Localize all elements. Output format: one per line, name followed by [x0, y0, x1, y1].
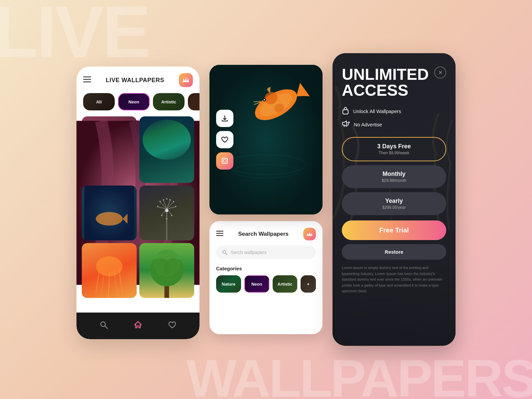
wallpaper-6[interactable]: [139, 243, 194, 298]
svg-point-20: [160, 201, 161, 202]
wallpaper-grid: [76, 113, 200, 301]
pricing-screen: ✕ UNLIMITED ACCESS Unlock All Wallpapers: [332, 53, 456, 346]
svg-point-11: [165, 209, 169, 212]
close-button[interactable]: ✕: [434, 66, 446, 78]
svg-point-25: [175, 206, 177, 207]
favorite-button[interactable]: [216, 131, 233, 148]
svg-point-24: [157, 206, 159, 207]
search-cat-neon[interactable]: Neon: [244, 275, 269, 293]
megaphone-icon: [342, 120, 350, 129]
background-text-live: LIVE: [0, 0, 149, 74]
svg-rect-51: [216, 231, 223, 232]
nav-search[interactable]: [99, 321, 108, 331]
svg-point-27: [171, 215, 173, 216]
search-screen: Search Wallpapers Serch wallpapers Categ…: [209, 221, 323, 334]
plan-monthly-sub: $29.99/month: [347, 178, 441, 183]
download-button[interactable]: [216, 110, 233, 127]
search-cat-artistic[interactable]: Artistic: [273, 275, 298, 293]
search-cat-neon-label: Neon: [251, 282, 262, 287]
categories-label: Categories: [216, 266, 316, 271]
search-cat-more[interactable]: +: [301, 275, 316, 293]
svg-line-55: [225, 253, 227, 255]
background-text-wallpapers: WALLPAPERS: [187, 348, 532, 399]
nav-home[interactable]: [134, 321, 142, 331]
middle-section: Search Wallpapers Serch wallpapers Categ…: [209, 65, 323, 334]
search-categories: Nature Neon Artistic +: [216, 275, 316, 293]
plan-yearly-sub: $299.00/year: [347, 205, 441, 210]
feature-no-ads: No Advertise: [342, 120, 446, 129]
phone-live-wallpapers: LIVE WALLPAPERS All Neon: [76, 66, 200, 339]
pricing-content: ✕ UNLIMITED ACCESS Unlock All Wallpapers: [342, 66, 446, 294]
svg-point-26: [161, 215, 163, 216]
plan-monthly-label: Monthly: [347, 171, 441, 178]
wallpaper-5[interactable]: [82, 243, 137, 298]
feature-no-ads-text: No Advertise: [354, 122, 382, 127]
svg-point-29: [166, 218, 168, 219]
fine-print-text: Lorem Ipsum is simply dummy text of the …: [342, 265, 446, 294]
plan-yearly-label: Yearly: [347, 198, 441, 204]
search-cat-more-label: +: [307, 282, 310, 287]
svg-point-21: [173, 201, 174, 202]
bottom-nav: [76, 313, 200, 339]
svg-point-35: [164, 258, 184, 278]
search-cat-nature[interactable]: Nature: [216, 275, 241, 293]
action-buttons: [216, 110, 233, 170]
wallpaper-set-button[interactable]: [216, 152, 233, 170]
svg-rect-52: [216, 233, 223, 234]
plan-3days-sub: Then $9.99/week: [348, 151, 440, 155]
svg-point-23: [170, 199, 171, 200]
search-title: Search Wallpapers: [238, 231, 289, 237]
pricing-title: UNLIMITED ACCESS: [342, 66, 446, 98]
feature-unlock: Unlock All Wallpapers: [342, 106, 446, 116]
svg-rect-50: [223, 160, 226, 162]
fish-wallpaper-card: [209, 65, 323, 214]
svg-line-15: [167, 200, 170, 209]
svg-line-14: [164, 200, 167, 209]
search-placeholder-text: Serch wallpapers: [231, 250, 266, 255]
svg-rect-49: [222, 158, 227, 164]
wallpaper-2[interactable]: [139, 116, 194, 183]
wallpaper-3[interactable]: [82, 186, 137, 240]
nav-favorites[interactable]: [168, 321, 177, 331]
plan-3days-label: 3 Days Free: [348, 143, 440, 150]
search-icon: [222, 250, 227, 255]
search-header: Search Wallpapers: [216, 228, 316, 240]
free-trial-button[interactable]: Free Trial: [342, 220, 446, 240]
svg-rect-53: [216, 235, 223, 236]
plan-yearly[interactable]: Yearly $299.00/year: [342, 192, 446, 215]
plan-3days[interactable]: 3 Days Free Then $9.99/week: [342, 137, 446, 161]
search-crown-button[interactable]: [303, 228, 316, 240]
search-input-bar[interactable]: Serch wallpapers: [216, 246, 316, 259]
wallpaper-1[interactable]: [82, 116, 137, 183]
svg-line-37: [105, 326, 107, 329]
search-cat-artistic-label: Artistic: [278, 282, 293, 287]
lock-icon: [342, 106, 349, 116]
wallpaper-4[interactable]: [139, 186, 194, 240]
restore-button[interactable]: Restore: [342, 244, 446, 260]
svg-point-28: [166, 198, 168, 200]
plan-options: 3 Days Free Then $9.99/week Monthly $29.…: [342, 137, 446, 260]
svg-rect-56: [343, 110, 348, 114]
feature-unlock-text: Unlock All Wallpapers: [353, 108, 401, 114]
svg-point-22: [163, 199, 164, 200]
plan-monthly[interactable]: Monthly $29.99/month: [342, 165, 446, 188]
search-cat-nature-label: Nature: [222, 282, 235, 287]
search-hamburger-icon[interactable]: [216, 231, 223, 237]
